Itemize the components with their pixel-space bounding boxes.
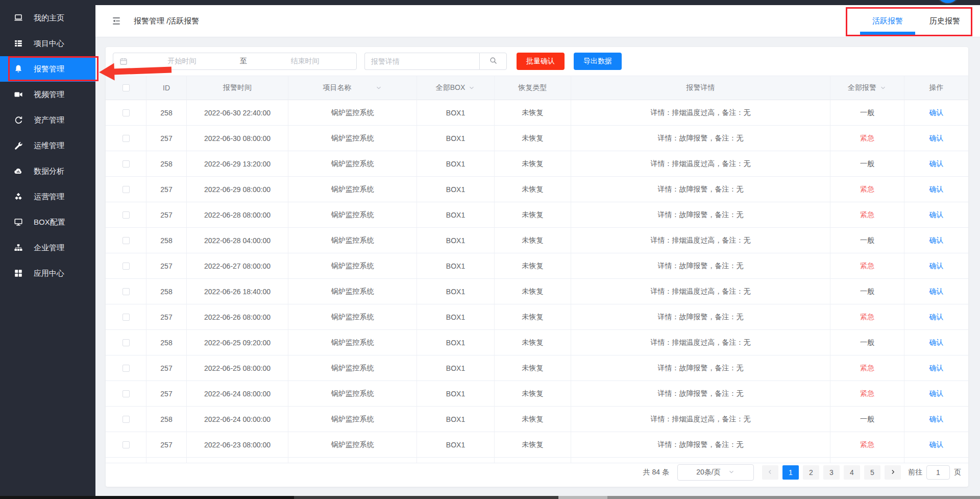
row-checkbox[interactable] <box>122 390 130 397</box>
empty-cell <box>495 458 571 463</box>
column-header-label: 全部报警 <box>848 83 876 92</box>
cell-status: 未恢复 <box>495 253 571 279</box>
filter-chevron-down-icon[interactable] <box>375 84 382 91</box>
sidebar-item-analytics[interactable]: 数据分析 <box>0 158 95 184</box>
cell-time-text: 2022-06-25 08:00:00 <box>204 364 271 372</box>
cell-status: 未恢复 <box>495 330 571 355</box>
sidebar-item-projects[interactable]: 项目中心 <box>0 31 95 56</box>
row-checkbox-cell <box>106 202 146 228</box>
row-checkbox[interactable] <box>122 263 130 270</box>
tab-active-alarms[interactable]: 活跃报警 <box>859 5 916 37</box>
page-button-3[interactable]: 3 <box>823 465 840 480</box>
row-checkbox[interactable] <box>122 160 130 168</box>
confirm-link[interactable]: 确认 <box>929 338 944 347</box>
alarm-table: ID报警时间项目名称全部BOX恢复类型报警详情全部报警操作 2582022-06… <box>106 76 968 463</box>
cell-action: 确认 <box>904 279 968 304</box>
confirm-link[interactable]: 确认 <box>929 440 944 449</box>
confirm-link[interactable]: 确认 <box>929 364 944 373</box>
cell-status-text: 未恢复 <box>522 262 544 271</box>
sidebar-item-assets[interactable]: 资产管理 <box>0 107 95 133</box>
cell-level-text: 一般 <box>860 338 874 347</box>
sidebar-item-apps[interactable]: 应用中心 <box>0 260 95 286</box>
sidebar-item-home[interactable]: 我的主页 <box>0 5 95 31</box>
row-checkbox[interactable] <box>122 288 130 295</box>
cell-project-text: 锅炉监控系统 <box>331 389 374 398</box>
end-time-placeholder: 结束时间 <box>254 57 356 66</box>
select-all-checkbox[interactable] <box>122 84 130 91</box>
top-bar <box>0 0 980 5</box>
sidebar-item-video[interactable]: 视频管理 <box>0 82 95 107</box>
batch-confirm-button[interactable]: 批量确认 <box>517 53 565 70</box>
confirm-link[interactable]: 确认 <box>929 159 944 169</box>
cell-level-text: 紧急 <box>860 364 874 373</box>
collapse-menu-icon[interactable] <box>111 16 122 26</box>
filter-bar: 开始时间 至 结束时间 批量确认 导出数据 <box>113 53 622 70</box>
row-checkbox[interactable] <box>122 365 130 372</box>
list-icon <box>14 39 23 48</box>
confirm-link[interactable]: 确认 <box>929 210 944 220</box>
sidebar-item-enterprise[interactable]: 企业管理 <box>0 235 95 260</box>
row-checkbox[interactable] <box>122 135 130 142</box>
goto-page-input[interactable] <box>926 465 950 480</box>
alarm-detail-input[interactable] <box>364 53 479 70</box>
confirm-link[interactable]: 确认 <box>929 389 944 398</box>
empty-cell <box>904 458 968 463</box>
filter-chevron-down-icon[interactable] <box>879 84 887 91</box>
table-row: 2572022-06-23 08:00:00锅炉监控系统BOX1未恢复详情：故障… <box>106 432 968 458</box>
cell-status: 未恢复 <box>495 304 571 330</box>
next-page-button[interactable] <box>885 465 901 480</box>
cell-level-text: 一般 <box>860 236 874 245</box>
sidebar-item-maintenance[interactable]: 运维管理 <box>0 133 95 158</box>
page-button-4[interactable]: 4 <box>844 465 860 480</box>
cell-box: BOX1 <box>417 407 495 432</box>
empty-cell <box>106 458 146 463</box>
cell-time-text: 2022-06-28 08:00:00 <box>204 211 271 219</box>
row-checkbox[interactable] <box>122 186 130 193</box>
confirm-link[interactable]: 确认 <box>929 262 944 271</box>
page-size-select[interactable]: 20条/页 <box>677 464 754 481</box>
confirm-link[interactable]: 确认 <box>929 185 944 194</box>
sidebar-item-operation[interactable]: 运营管理 <box>0 184 95 209</box>
row-checkbox[interactable] <box>122 339 130 346</box>
search-button[interactable] <box>479 53 507 70</box>
cell-status: 未恢复 <box>495 100 571 126</box>
date-range-picker[interactable]: 开始时间 至 结束时间 <box>113 53 357 70</box>
page-button-1[interactable]: 1 <box>782 465 799 480</box>
export-data-button[interactable]: 导出数据 <box>574 53 622 70</box>
row-checkbox[interactable] <box>122 314 130 321</box>
cell-id: 257 <box>146 355 187 381</box>
column-header-label: ID <box>163 84 170 92</box>
cell-status-text: 未恢复 <box>522 134 544 143</box>
page-button-5[interactable]: 5 <box>864 465 880 480</box>
cell-detail: 详情：故障报警，备注：无 <box>571 381 830 407</box>
row-checkbox-cell <box>106 151 146 177</box>
confirm-link[interactable]: 确认 <box>929 236 944 245</box>
filter-chevron-down-icon[interactable] <box>468 84 475 91</box>
cell-action: 确认 <box>904 126 968 151</box>
sidebar-item-box-config[interactable]: BOX配置 <box>0 209 95 235</box>
cell-detail-text: 详情：故障报警，备注：无 <box>658 440 744 449</box>
sidebar-item-alarms[interactable]: 报警管理 <box>0 56 95 82</box>
grid-icon <box>14 269 23 278</box>
tab-history-alarms[interactable]: 历史报警 <box>916 5 973 37</box>
row-checkbox[interactable] <box>122 211 130 219</box>
row-checkbox-cell <box>106 304 146 330</box>
row-checkbox[interactable] <box>122 237 130 244</box>
row-checkbox[interactable] <box>122 109 130 116</box>
sidebar-item-label: 运营管理 <box>34 192 64 202</box>
confirm-link[interactable]: 确认 <box>929 313 944 322</box>
page-button-2[interactable]: 2 <box>803 465 819 480</box>
cell-detail-text: 详情：故障报警，备注：无 <box>658 210 744 220</box>
prev-page-button[interactable] <box>762 465 778 480</box>
confirm-link[interactable]: 确认 <box>929 108 944 117</box>
horizontal-scrollbar[interactable] <box>0 496 980 499</box>
cell-project-text: 锅炉监控系统 <box>331 287 374 296</box>
row-checkbox[interactable] <box>122 441 130 448</box>
avatar[interactable] <box>936 0 960 4</box>
row-checkbox[interactable] <box>122 416 130 423</box>
confirm-link[interactable]: 确认 <box>929 287 944 296</box>
confirm-link[interactable]: 确认 <box>929 134 944 143</box>
cell-id: 258 <box>146 330 187 355</box>
cell-detail-text: 详情：排烟温度过高，备注：无 <box>651 108 751 117</box>
confirm-link[interactable]: 确认 <box>929 415 944 424</box>
